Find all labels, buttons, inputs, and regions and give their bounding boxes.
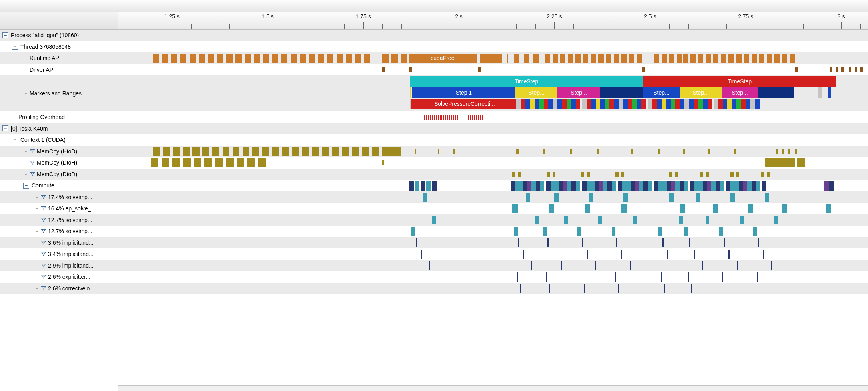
filter-icon[interactable] bbox=[41, 251, 46, 257]
timeline-bar[interactable] bbox=[526, 193, 530, 202]
timeline-bar[interactable] bbox=[449, 115, 450, 120]
timeline-bar[interactable] bbox=[790, 54, 795, 63]
timeline-bar[interactable] bbox=[463, 115, 463, 120]
timeline-bar[interactable] bbox=[519, 181, 523, 191]
range-bar[interactable] bbox=[539, 99, 543, 109]
timeline-bar[interactable] bbox=[252, 147, 259, 156]
range-bar[interactable] bbox=[684, 99, 689, 109]
timeline-bar[interactable] bbox=[551, 181, 555, 191]
timeline-bar[interactable] bbox=[728, 250, 730, 259]
timeline-bar[interactable] bbox=[736, 54, 741, 63]
range-bar[interactable] bbox=[637, 99, 641, 109]
range-bar[interactable] bbox=[732, 99, 736, 109]
timeline-bar[interactable] bbox=[765, 158, 772, 167]
collapse-icon[interactable]: − bbox=[12, 44, 18, 50]
timeline-lane[interactable] bbox=[118, 169, 868, 180]
timeline-bar[interactable] bbox=[547, 172, 550, 177]
timeline-bar[interactable] bbox=[581, 272, 581, 282]
timeline-bar[interactable] bbox=[258, 158, 266, 167]
timeline-bar[interactable] bbox=[327, 54, 333, 63]
timeline-bar[interactable] bbox=[543, 149, 545, 154]
timeline-bar[interactable] bbox=[662, 238, 664, 248]
range-bar[interactable] bbox=[562, 99, 567, 109]
timeline-lane[interactable]: TimeStepTimeStepStep 1Step...Step...Step… bbox=[118, 75, 868, 111]
timeline-bar[interactable] bbox=[364, 54, 370, 63]
timeline-bar[interactable] bbox=[740, 216, 744, 225]
timeline-bar[interactable] bbox=[706, 54, 711, 63]
range-bar[interactable]: Step 1 bbox=[412, 87, 515, 98]
timeline-bar[interactable] bbox=[401, 54, 407, 63]
timeline-bar[interactable] bbox=[467, 115, 467, 120]
timeline-bar[interactable] bbox=[202, 147, 209, 156]
timeline-bar[interactable] bbox=[618, 181, 623, 191]
timeline-bar[interactable] bbox=[658, 181, 663, 191]
timeline-bar[interactable] bbox=[669, 193, 674, 202]
timeline-bar[interactable] bbox=[734, 149, 737, 154]
timeline-bar[interactable] bbox=[598, 54, 603, 63]
timeline-bar[interactable] bbox=[318, 54, 324, 63]
timeline-bar[interactable] bbox=[281, 54, 287, 63]
timeline-bar[interactable] bbox=[795, 149, 797, 154]
timeline-bar[interactable] bbox=[372, 147, 379, 156]
timeline-bar[interactable] bbox=[760, 284, 761, 293]
timeline-bar[interactable] bbox=[757, 272, 758, 282]
timeline-bar[interactable] bbox=[595, 181, 599, 191]
collapse-icon[interactable]: − bbox=[2, 32, 8, 38]
tree-row-runtime-api[interactable]: └ Runtime API bbox=[0, 52, 118, 64]
timeline-bar[interactable] bbox=[614, 54, 619, 63]
timeline-bar[interactable] bbox=[426, 181, 431, 191]
timeline-bar[interactable] bbox=[627, 181, 631, 191]
horizontal-scrollbar[interactable] bbox=[118, 385, 868, 391]
timeline-bar[interactable] bbox=[788, 149, 790, 154]
timeline-bar[interactable] bbox=[535, 216, 539, 225]
range-bar[interactable] bbox=[576, 99, 580, 109]
timeline-bar[interactable] bbox=[721, 54, 726, 63]
range-bar[interactable] bbox=[755, 99, 759, 109]
timeline-bar[interactable] bbox=[302, 147, 309, 156]
filter-icon[interactable] bbox=[41, 206, 46, 211]
timeline-bar[interactable] bbox=[577, 227, 581, 236]
tree-row-driver-api[interactable]: └ Driver API bbox=[0, 64, 118, 76]
range-bar[interactable]: TimeStep bbox=[410, 76, 643, 87]
timeline-bar[interactable] bbox=[639, 181, 644, 191]
timeline-bar[interactable] bbox=[555, 181, 559, 191]
timeline-bar[interactable] bbox=[190, 54, 196, 63]
timeline-bar[interactable] bbox=[545, 54, 550, 63]
timeline-bar[interactable] bbox=[478, 67, 481, 73]
timeline-lane[interactable] bbox=[118, 203, 868, 214]
timeline-bar[interactable] bbox=[706, 216, 710, 225]
timeline-bar[interactable] bbox=[564, 216, 568, 225]
timeline-bar[interactable] bbox=[382, 67, 385, 73]
range-bar[interactable] bbox=[623, 99, 627, 109]
range-bar[interactable] bbox=[516, 99, 521, 109]
timeline-bar[interactable] bbox=[782, 54, 787, 63]
range-bar[interactable] bbox=[530, 99, 534, 109]
range-bar[interactable] bbox=[736, 99, 741, 109]
range-bar[interactable] bbox=[628, 99, 632, 109]
timeline-bar[interactable] bbox=[527, 181, 532, 191]
timeline-bar[interactable] bbox=[470, 115, 471, 120]
timeline-bar[interactable] bbox=[730, 193, 735, 202]
timeline-bar[interactable] bbox=[560, 54, 565, 63]
timeline-bar[interactable] bbox=[677, 54, 682, 63]
timeline-bar[interactable] bbox=[523, 250, 524, 259]
timeline-bar[interactable] bbox=[758, 238, 759, 248]
timeline-bar[interactable] bbox=[474, 115, 475, 120]
range-bar[interactable] bbox=[582, 99, 586, 109]
timeline-bar[interactable] bbox=[841, 67, 844, 73]
timeline-bar[interactable] bbox=[491, 54, 497, 63]
timeline-bar[interactable] bbox=[553, 172, 556, 177]
timeline-bar[interactable] bbox=[426, 115, 427, 120]
timeline-bar[interactable] bbox=[546, 272, 547, 282]
range-bar[interactable] bbox=[746, 99, 750, 109]
timeline-bar[interactable] bbox=[683, 149, 685, 154]
timeline-bar[interactable] bbox=[581, 172, 584, 177]
range-bar[interactable] bbox=[641, 99, 646, 109]
timeline-bar[interactable] bbox=[679, 216, 683, 225]
tree-row-kernel[interactable]: └3.6% implicitand... bbox=[0, 237, 118, 249]
timeline-bar[interactable] bbox=[226, 158, 234, 167]
timeline-bar[interactable] bbox=[706, 172, 709, 177]
timeline-bar[interactable] bbox=[598, 216, 602, 225]
timeline-bar[interactable] bbox=[591, 181, 595, 191]
timeline-bar[interactable] bbox=[559, 181, 563, 191]
